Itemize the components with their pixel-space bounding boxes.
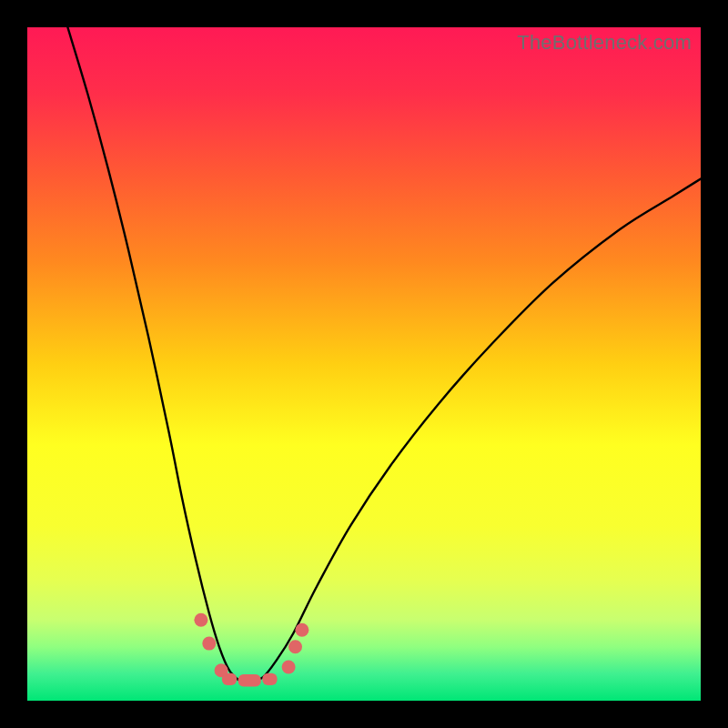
watermark-text: TheBottleneck.com bbox=[517, 31, 692, 55]
curve-left bbox=[67, 27, 249, 682]
trough-marker bbox=[202, 637, 216, 651]
curve-layer bbox=[27, 27, 701, 701]
trough-marker bbox=[238, 674, 261, 686]
curve-right bbox=[249, 179, 701, 682]
plot-area: TheBottleneck.com bbox=[27, 27, 701, 701]
trough-marker bbox=[262, 673, 277, 685]
trough-marker bbox=[222, 673, 237, 685]
trough-marker bbox=[288, 640, 302, 653]
chart-frame: TheBottleneck.com bbox=[0, 0, 728, 728]
trough-marker bbox=[282, 661, 296, 674]
trough-marker bbox=[295, 623, 308, 637]
trough-marker bbox=[194, 613, 207, 627]
